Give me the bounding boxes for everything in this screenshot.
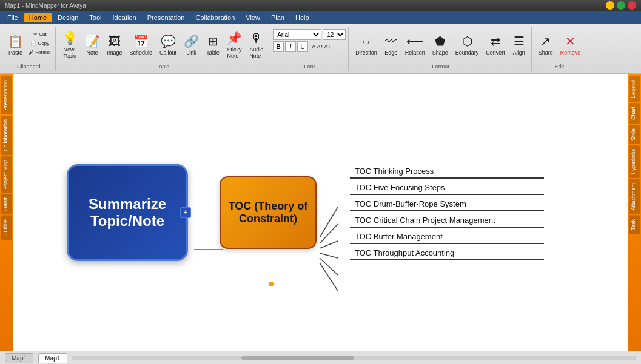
schedule-icon: 📅 bbox=[133, 34, 149, 48]
menu-plan[interactable]: Plan bbox=[266, 13, 289, 22]
sidebar-tab-task[interactable]: Task bbox=[629, 216, 640, 234]
new-topic-button[interactable]: 💡 NewTopic bbox=[59, 28, 81, 62]
close-button[interactable] bbox=[628, 1, 636, 10]
link-icon: 🔗 bbox=[184, 34, 199, 48]
clipboard-label: Clipboard bbox=[17, 62, 41, 70]
menu-presentation[interactable]: Presentation bbox=[143, 13, 190, 22]
menu-help[interactable]: Help bbox=[290, 13, 314, 22]
svg-point-8 bbox=[269, 282, 274, 286]
menu-design[interactable]: Design bbox=[53, 13, 83, 22]
sidebar-tab-attachment[interactable]: Attachment bbox=[629, 179, 640, 214]
copy-button[interactable]: 📄 Copy bbox=[27, 39, 53, 47]
align-label: Align bbox=[513, 50, 525, 56]
menu-file[interactable]: File bbox=[2, 13, 23, 22]
relation-button[interactable]: ⟵ Relation bbox=[402, 28, 428, 62]
bottom-tab-map1-active[interactable]: Map1 bbox=[38, 353, 67, 363]
image-label: Image bbox=[107, 50, 122, 56]
callout-button[interactable]: 💬 Callout bbox=[156, 28, 180, 62]
edge-button[interactable]: 〰 Edge bbox=[381, 28, 401, 62]
minimize-button[interactable] bbox=[606, 1, 614, 10]
sidebar-tab-hyperlinks[interactable]: Hyperlinks bbox=[629, 145, 640, 178]
share-label: Share bbox=[539, 50, 553, 56]
direction-button[interactable]: ↔ Direction bbox=[352, 28, 380, 62]
cut-button[interactable]: ✂ Cut bbox=[27, 30, 53, 38]
shape-button[interactable]: ⬟ Shape bbox=[429, 28, 451, 62]
edit-label: Edit bbox=[555, 62, 565, 70]
remove-button[interactable]: ✕ Remove bbox=[557, 28, 584, 62]
paste-button[interactable]: 📋 Paste bbox=[5, 28, 26, 62]
sidebar-tab-outline[interactable]: Outline bbox=[1, 216, 12, 240]
format-button[interactable]: 🖌 Format bbox=[27, 48, 53, 56]
branch-item-3[interactable]: TOC Critical Chain Project Management bbox=[350, 214, 544, 228]
audio-note-label: AudioNote bbox=[249, 47, 263, 59]
ribbon-group-font: Arial 12 B I U A A↑ A↓ Font bbox=[270, 27, 349, 71]
sidebar-tab-gantt[interactable]: Gantt bbox=[1, 194, 12, 214]
branch-items: TOC Thinking Process TOC Five Focusing S… bbox=[350, 165, 544, 260]
branch-item-0[interactable]: TOC Thinking Process bbox=[350, 165, 544, 179]
paste-label: Paste bbox=[8, 50, 22, 56]
font-name-select[interactable]: Arial bbox=[273, 29, 321, 40]
paste-icon: 📋 bbox=[8, 34, 23, 48]
italic-button[interactable]: I bbox=[285, 41, 296, 52]
sidebar-tab-project-map[interactable]: Project Map bbox=[1, 156, 12, 193]
convert-button[interactable]: ⇄ Convert bbox=[483, 28, 508, 62]
bottom-tab-map1[interactable]: Map1 bbox=[5, 353, 33, 363]
bold-button[interactable]: B bbox=[273, 41, 284, 52]
link-button[interactable]: 🔗 Link bbox=[181, 28, 202, 62]
font-size-decrease[interactable]: A↓ bbox=[324, 44, 331, 50]
schedule-button[interactable]: 📅 Schedule bbox=[127, 28, 156, 62]
maximize-button[interactable] bbox=[617, 1, 625, 10]
plus-badge[interactable]: + bbox=[180, 207, 191, 218]
link-label: Link bbox=[186, 50, 196, 56]
menu-view[interactable]: View bbox=[241, 13, 265, 22]
table-label: Table bbox=[206, 50, 220, 56]
table-button[interactable]: ⊞ Table bbox=[203, 28, 223, 62]
sidebar-tab-legend[interactable]: Legend bbox=[629, 76, 640, 102]
boundary-button[interactable]: ⬡ Boundary bbox=[452, 28, 482, 62]
branch-item-1[interactable]: TOC Five Focusing Steps bbox=[350, 181, 544, 195]
shape-icon: ⬟ bbox=[435, 34, 445, 48]
relation-icon: ⟵ bbox=[406, 34, 424, 48]
sticky-note-button[interactable]: 📌 StickyNote bbox=[224, 28, 245, 62]
ribbon-group-topic: 💡 NewTopic 📝 Note 🖼 Image 📅 Schedule 💬 C… bbox=[57, 27, 270, 71]
sidebar-tab-style[interactable]: Style bbox=[629, 125, 640, 144]
sticky-note-label: StickyNote bbox=[227, 47, 242, 59]
image-button[interactable]: 🖼 Image bbox=[104, 28, 126, 62]
right-sidebar: Legend Chart Style Hyperlinks Attachment… bbox=[628, 74, 641, 351]
menu-ideation[interactable]: Ideation bbox=[108, 13, 141, 22]
menu-collaboration[interactable]: Collaboration bbox=[190, 13, 240, 22]
ribbon-group-edit: ↗ Share ✕ Remove Edit bbox=[533, 27, 587, 71]
audio-note-button[interactable]: 🎙 AudioNote bbox=[246, 28, 266, 62]
boundary-icon: ⬡ bbox=[462, 34, 472, 48]
align-icon: ☰ bbox=[514, 34, 525, 48]
sidebar-tab-presentation[interactable]: Presentation bbox=[1, 76, 12, 114]
relation-label: Relation bbox=[405, 50, 425, 56]
sidebar-tab-collaboration[interactable]: Collaboration bbox=[1, 116, 12, 155]
sidebar-tab-chart[interactable]: Chart bbox=[629, 103, 640, 124]
main-node[interactable]: Summarize Topic/Note + bbox=[67, 164, 188, 261]
svg-line-6 bbox=[320, 263, 338, 291]
table-icon: ⊞ bbox=[208, 34, 218, 48]
branch-item-5[interactable]: TOC Throughput Accounting bbox=[350, 247, 544, 260]
note-icon: 📝 bbox=[85, 34, 100, 48]
menu-bar: File Home Design Tool Ideation Presentat… bbox=[0, 11, 641, 24]
note-button[interactable]: 📝 Note bbox=[82, 28, 103, 62]
bottom-scrollbar[interactable] bbox=[72, 356, 636, 360]
menu-home[interactable]: Home bbox=[24, 13, 52, 22]
central-node[interactable]: TOC (Theory of Constraint) bbox=[220, 176, 317, 249]
shape-label: Shape bbox=[432, 50, 448, 56]
topic-buttons: 💡 NewTopic 📝 Note 🖼 Image 📅 Schedule 💬 C… bbox=[59, 28, 267, 62]
menu-tool[interactable]: Tool bbox=[84, 13, 106, 22]
clipboard-buttons: 📋 Paste ✂ Cut 📄 Copy 🖌 Format bbox=[5, 28, 53, 62]
font-size-increase[interactable]: A↑ bbox=[317, 44, 323, 50]
svg-line-1 bbox=[320, 207, 338, 237]
audio-note-icon: 🎙 bbox=[250, 31, 263, 45]
branch-item-4[interactable]: TOC Buffer Management bbox=[350, 230, 544, 244]
underline-button[interactable]: U bbox=[297, 41, 308, 52]
align-button[interactable]: ☰ Align bbox=[509, 28, 529, 62]
share-button[interactable]: ↗ Share bbox=[535, 28, 556, 62]
branch-item-2[interactable]: TOC Drum-Buffer-Rope System bbox=[350, 197, 544, 211]
font-size-select[interactable]: 12 bbox=[323, 29, 346, 40]
image-icon: 🖼 bbox=[109, 35, 121, 48]
edge-label: Edge bbox=[384, 50, 397, 56]
